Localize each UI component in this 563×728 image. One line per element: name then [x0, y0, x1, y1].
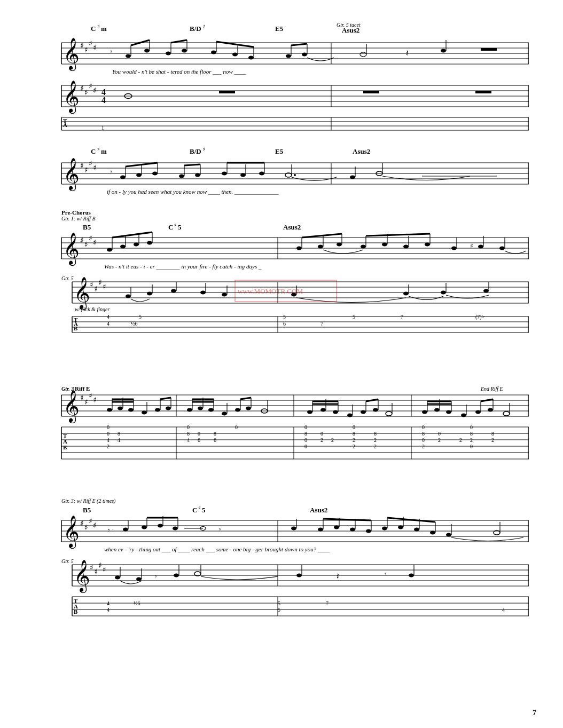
svg-text:𝄾: 𝄾: [155, 575, 157, 578]
svg-line-301: [366, 399, 378, 401]
svg-point-108: [179, 175, 184, 178]
svg-text:♯: ♯: [80, 162, 84, 170]
svg-point-179: [499, 247, 505, 250]
svg-point-158: [296, 247, 302, 250]
svg-text:♯: ♯: [94, 285, 98, 293]
svg-text:2: 2: [459, 437, 462, 443]
svg-text:2: 2: [107, 444, 110, 449]
svg-line-164: [302, 234, 342, 238]
svg-text:0: 0: [470, 424, 473, 430]
svg-text:8: 8: [304, 431, 307, 437]
svg-text:4: 4: [107, 600, 110, 606]
svg-text:5: 5: [178, 223, 182, 231]
svg-text:5: 5: [278, 600, 280, 606]
svg-text:End Riff E: End Riff E: [480, 386, 503, 392]
svg-point-315: [488, 408, 493, 412]
svg-text:♯: ♯: [84, 89, 88, 97]
svg-point-117: [259, 172, 264, 176]
svg-point-174: [451, 247, 457, 250]
svg-text:5: 5: [139, 314, 142, 320]
svg-text:5: 5: [353, 314, 355, 320]
svg-text:0: 0: [320, 431, 323, 437]
svg-point-306: [446, 410, 451, 414]
svg-rect-69: [475, 91, 491, 93]
svg-point-256: [118, 407, 123, 410]
svg-text:𝄾: 𝄾: [219, 528, 221, 531]
svg-point-113: [222, 172, 227, 176]
svg-text:0: 0: [353, 424, 355, 430]
svg-text:0: 0: [198, 431, 200, 437]
svg-text:E5: E5: [275, 25, 284, 33]
svg-rect-49: [481, 48, 497, 51]
svg-text:0: 0: [235, 424, 238, 430]
svg-point-312: [461, 414, 466, 417]
svg-point-271: [198, 407, 203, 410]
svg-point-101: [120, 176, 126, 179]
svg-text:♯: ♯: [198, 505, 201, 511]
svg-text:4: 4: [107, 321, 110, 327]
svg-point-255: [107, 408, 112, 412]
svg-point-266: [166, 407, 171, 410]
svg-text:0: 0: [304, 444, 307, 449]
svg-point-270: [187, 408, 192, 412]
svg-rect-67: [219, 91, 235, 93]
svg-point-39: [286, 54, 291, 58]
svg-text:4: 4: [107, 437, 110, 443]
svg-text:8: 8: [470, 431, 473, 437]
svg-text:♯: ♯: [203, 146, 206, 152]
svg-point-24: [144, 49, 150, 53]
svg-point-289: [333, 410, 338, 414]
svg-text:1: 1: [101, 125, 104, 131]
svg-line-173: [366, 234, 430, 236]
svg-text:𝄽: 𝄽: [337, 573, 339, 579]
svg-point-32: [211, 51, 216, 54]
svg-point-36: [248, 56, 254, 60]
svg-point-297: [361, 410, 366, 414]
svg-text:B/D: B/D: [190, 25, 201, 33]
svg-point-212: [483, 289, 489, 293]
svg-text:m: m: [101, 147, 107, 155]
svg-point-150: [120, 245, 126, 249]
svg-text:7: 7: [326, 600, 329, 606]
svg-text:C: C: [91, 25, 96, 33]
svg-point-319: [503, 412, 510, 416]
svg-text:Asus2: Asus2: [342, 26, 359, 34]
svg-text:♯: ♯: [98, 279, 102, 287]
svg-point-149: [107, 248, 112, 252]
svg-text:0: 0: [107, 431, 110, 437]
svg-text:♯: ♯: [97, 146, 100, 152]
svg-text:Gtr. 5: Gtr. 5: [61, 275, 74, 281]
svg-point-415: [382, 527, 387, 531]
svg-text:♯: ♯: [89, 517, 92, 525]
svg-point-265: [155, 408, 160, 412]
svg-text:7: 7: [320, 321, 323, 327]
svg-text:4: 4: [502, 607, 505, 613]
svg-text:♯: ♯: [89, 234, 92, 242]
svg-text:𝄞: 𝄞: [74, 560, 90, 594]
svg-text:♯: ♯: [84, 524, 88, 532]
svg-text:𝄞: 𝄞: [63, 233, 80, 266]
svg-text:0: 0: [470, 444, 473, 449]
svg-text:8: 8: [491, 431, 494, 437]
svg-point-302: [386, 412, 392, 416]
svg-text:6: 6: [198, 437, 200, 443]
svg-text:E5: E5: [275, 147, 284, 155]
svg-point-263: [142, 411, 147, 415]
svg-point-298: [373, 408, 378, 412]
svg-text:♯: ♯: [174, 222, 177, 228]
svg-text:8: 8: [187, 431, 190, 437]
svg-text:0: 0: [107, 424, 110, 430]
svg-point-287: [307, 410, 312, 414]
svg-text:♯: ♯: [80, 394, 84, 402]
svg-text:♯: ♯: [97, 23, 100, 29]
svg-text:4: 4: [107, 607, 110, 613]
svg-text:0: 0: [438, 431, 441, 437]
svg-text:B: B: [63, 444, 67, 450]
svg-text:www.MOMOTR.COM: www.MOMOTR.COM: [238, 287, 303, 295]
svg-text:♯: ♯: [94, 568, 98, 576]
system-3: Pre-Chorus Gtr. 1: w/ Riff B B5 C ♯ 5 As…: [32, 208, 534, 379]
svg-text:Asus2: Asus2: [283, 223, 301, 231]
svg-point-47: [441, 49, 446, 53]
svg-point-41: [302, 53, 307, 57]
svg-point-171: [425, 243, 430, 247]
